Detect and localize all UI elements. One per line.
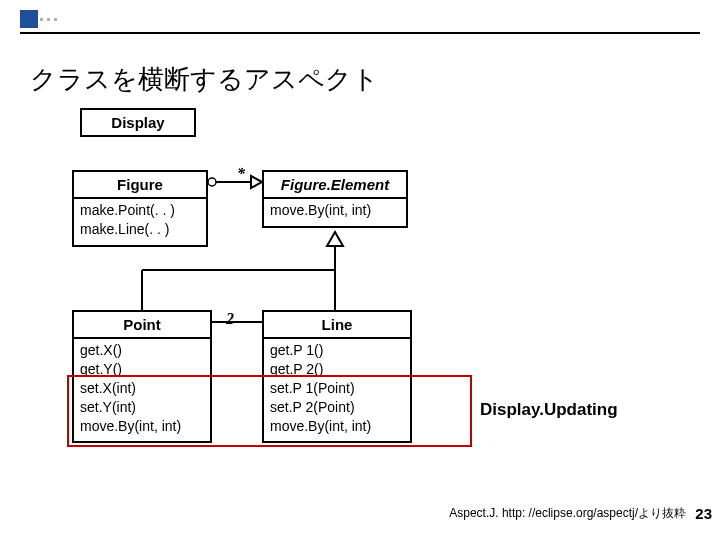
class-figure-name: Figure bbox=[74, 172, 206, 199]
svg-point-2 bbox=[208, 178, 216, 186]
method-item: get.P 1() bbox=[270, 341, 404, 360]
source-citation: Aspect.J. http: //eclipse.org/aspectj/より… bbox=[449, 505, 686, 522]
svg-marker-1 bbox=[251, 176, 262, 188]
accent-dots-icon bbox=[40, 18, 57, 21]
method-item: get.X() bbox=[80, 341, 204, 360]
class-figure-element-name: Figure.Element bbox=[264, 172, 406, 199]
multiplicity-star: * bbox=[237, 165, 245, 183]
class-figure-methods: make.Point(. . ) make.Line(. . ) bbox=[74, 199, 206, 245]
class-line-name: Line bbox=[264, 312, 410, 339]
class-figure-element: Figure.Element move.By(int, int) bbox=[262, 170, 408, 228]
method-item: make.Line(. . ) bbox=[80, 220, 200, 239]
method-item: move.By(int, int) bbox=[270, 201, 400, 220]
class-point-name: Point bbox=[74, 312, 210, 339]
class-figure-element-methods: move.By(int, int) bbox=[264, 199, 406, 226]
slide-title: クラスを横断するアスペクト bbox=[30, 62, 379, 97]
aspect-label: Display.Updating bbox=[480, 400, 618, 420]
page-number: 23 bbox=[695, 505, 712, 522]
title-rule bbox=[20, 32, 700, 34]
method-item: make.Point(. . ) bbox=[80, 201, 200, 220]
aspect-crosscut-highlight bbox=[67, 375, 472, 447]
multiplicity-two: 2 bbox=[226, 310, 234, 328]
class-figure: Figure make.Point(. . ) make.Line(. . ) bbox=[72, 170, 208, 247]
svg-marker-3 bbox=[327, 232, 343, 246]
class-display: Display bbox=[80, 108, 196, 137]
accent-square-icon bbox=[20, 10, 38, 28]
class-display-name: Display bbox=[82, 110, 194, 135]
